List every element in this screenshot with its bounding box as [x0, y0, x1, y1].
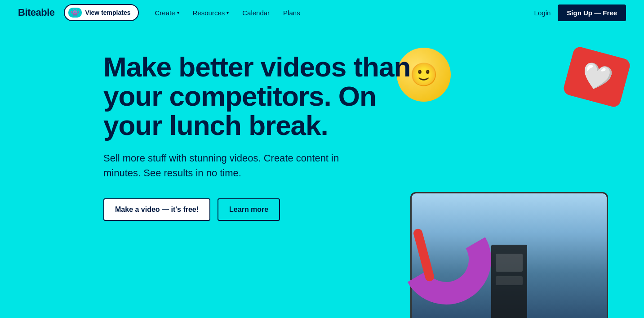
nav-calendar[interactable]: Calendar [237, 5, 275, 20]
cta-secondary-button[interactable]: Learn more [218, 198, 280, 221]
nav-right: Login Sign Up — Free [534, 4, 626, 21]
signup-button[interactable]: Sign Up — Free [558, 4, 626, 21]
hero-content: Make better videos than your competitors… [103, 52, 418, 221]
nav-create[interactable]: Create ▾ [150, 5, 185, 20]
cta-primary-button[interactable]: Make a video — it's free! [103, 198, 210, 221]
hero-section: Make better videos than your competitors… [0, 25, 644, 318]
nav-plans[interactable]: Plans [278, 5, 306, 20]
login-link[interactable]: Login [534, 9, 551, 17]
nav-resources[interactable]: Resources ▾ [187, 5, 235, 20]
nav-links: Create ▾ Resources ▾ Calendar Plans [150, 5, 534, 20]
heart-icon: 🤍 [578, 59, 615, 95]
view-templates-button[interactable]: View templates [64, 4, 139, 21]
hero-subtitle: Sell more stuff with stunning videos. Cr… [103, 151, 364, 180]
view-templates-label: View templates [85, 9, 131, 16]
robot-icon [68, 8, 82, 18]
laptop-mockup [410, 192, 608, 318]
like-card-decoration: 🤍 [562, 45, 631, 108]
red-bar-decoration [413, 228, 435, 282]
chevron-down-icon: ▾ [227, 10, 229, 15]
chevron-down-icon: ▾ [177, 10, 179, 15]
hero-buttons: Make a video — it's free! Learn more [103, 198, 418, 221]
navbar: Biteable View templates Create ▾ Resourc… [0, 0, 644, 25]
logo[interactable]: Biteable [18, 7, 55, 18]
laptop-screen [412, 193, 607, 318]
hero-title: Make better videos than your competitors… [103, 52, 418, 140]
